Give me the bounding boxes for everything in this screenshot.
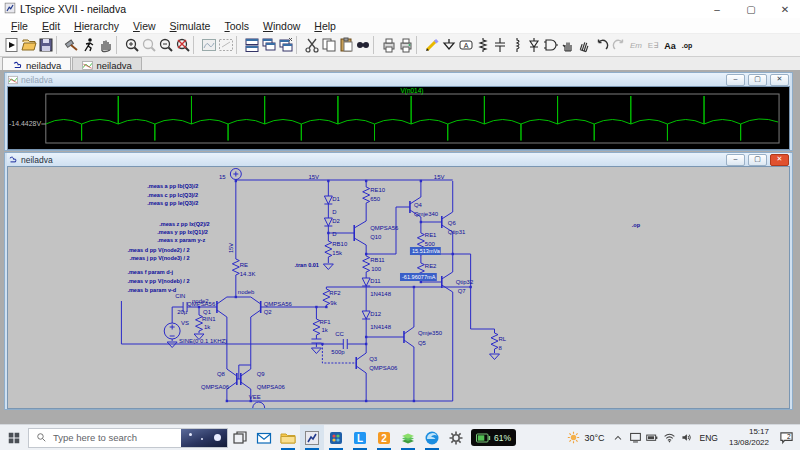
op-toolbar-icon[interactable]: .op (678, 35, 695, 55)
start-button[interactable] (0, 425, 28, 450)
move-toolbar-icon[interactable] (559, 35, 576, 55)
ltspice-app: LTspice XVII - neiladva – ▢ ✕ FileEditHi… (0, 0, 800, 450)
sch-minimize-button[interactable]: – (726, 154, 745, 166)
menu-help[interactable]: Help (307, 20, 343, 32)
drag-toolbar-icon[interactable] (576, 35, 593, 55)
schematic-drawing: .meas a pp Ib(Q3)/2.meas c pp Ic(Q3)/2.m… (8, 167, 789, 408)
undo-toolbar-icon[interactable] (593, 35, 610, 55)
schematic-titlebar[interactable]: neiladva – ▢ ✕ (7, 153, 790, 166)
zoomout-toolbar-icon[interactable] (157, 35, 174, 55)
wave-minimize-button[interactable]: – (726, 74, 745, 86)
tile-toolbar-icon[interactable] (243, 35, 260, 55)
taskbar-edge-icon[interactable] (420, 425, 444, 450)
taskbar-taskview-icon[interactable] (228, 425, 252, 450)
wire-toolbar-icon[interactable] (423, 35, 440, 55)
res-toolbar-icon[interactable] (474, 35, 491, 55)
svg-text:D: D (332, 209, 337, 215)
svg-text:15.513mVa: 15.513mVa (412, 248, 441, 254)
menu-simulate[interactable]: Simulate (163, 20, 218, 32)
battery-widget[interactable]: 61% (471, 429, 516, 446)
menu-edit[interactable]: Edit (35, 20, 67, 32)
cascade-toolbar-icon[interactable] (260, 35, 277, 55)
waveform-titlebar[interactable]: neiladva – ▢ ✕ (7, 73, 790, 86)
plot2-toolbar-icon[interactable] (217, 35, 234, 55)
text-toolbar-icon[interactable]: Aa (661, 35, 678, 55)
toolbar-separator (296, 36, 301, 54)
cap-toolbar-icon[interactable] (491, 35, 508, 55)
save-toolbar-icon[interactable] (37, 35, 54, 55)
maximize-button[interactable]: ▢ (736, 0, 766, 18)
menu-window[interactable]: Window (256, 20, 307, 32)
search-box[interactable]: Type here to search (28, 428, 228, 448)
svg-text:CIN: CIN (175, 293, 185, 299)
plot1-toolbar-icon[interactable] (200, 35, 217, 55)
label-toolbar-icon[interactable]: A (457, 35, 474, 55)
cut-toolbar-icon[interactable] (303, 35, 320, 55)
zoomin-toolbar-icon[interactable] (123, 35, 140, 55)
display-tray-icon[interactable] (628, 425, 643, 450)
weather-sun-icon[interactable] (566, 425, 581, 450)
gnd-toolbar-icon[interactable] (440, 35, 457, 55)
runman-toolbar-icon[interactable] (80, 35, 97, 55)
schematic-window-icon (8, 155, 18, 165)
language-indicator[interactable]: ENG (700, 433, 718, 443)
zoomback-toolbar-icon[interactable] (140, 35, 157, 55)
battery-tray-icon[interactable] (645, 425, 660, 450)
taskbar-store-icon[interactable] (324, 425, 348, 450)
zoomfull-toolbar-icon[interactable] (174, 35, 191, 55)
svg-text:V(n014): V(n014) (400, 87, 423, 95)
find-toolbar-icon[interactable] (354, 35, 371, 55)
cpanel-toolbar-icon[interactable] (63, 35, 80, 55)
em-toolbar-icon[interactable]: Em (627, 35, 644, 55)
wave-close-button[interactable]: ✕ (770, 74, 789, 86)
menu-hierarchy[interactable]: Hierarchy (67, 20, 126, 32)
waveform-plot-area[interactable]: V(n014)-14.4428V (7, 86, 790, 150)
svg-text:QMPSA06: QMPSA06 (201, 384, 230, 390)
clock[interactable]: 15:17 13/08/2022 (729, 427, 769, 448)
svg-text:Q8: Q8 (217, 371, 226, 377)
toolbar-separator (236, 36, 241, 54)
tray-expand-chevron-icon[interactable] (611, 425, 626, 450)
svg-text:.tran 0.01: .tran 0.01 (295, 262, 319, 268)
wifi-tray-icon[interactable] (662, 425, 677, 450)
e3-toolbar-icon[interactable]: E∃ (644, 35, 661, 55)
halt-toolbar-icon[interactable] (97, 35, 114, 55)
comp-toolbar-icon[interactable] (542, 35, 559, 55)
menu-file[interactable]: File (4, 20, 35, 32)
print2-toolbar-icon[interactable] (397, 35, 414, 55)
svg-text:500p: 500p (331, 349, 345, 355)
taskbar-gear-icon[interactable] (444, 425, 468, 450)
cascade2-toolbar-icon[interactable] (277, 35, 294, 55)
redo-toolbar-icon[interactable] (610, 35, 627, 55)
search-weather-thumbnail[interactable] (181, 429, 227, 447)
taskbar-lapp-icon[interactable]: L (348, 425, 372, 450)
svg-text:RE2: RE2 (425, 263, 437, 269)
wave-restore-button[interactable]: ▢ (748, 74, 767, 86)
tab-label: neiladva (26, 60, 61, 71)
print-toolbar-icon[interactable] (380, 35, 397, 55)
minimize-button[interactable]: – (702, 0, 732, 18)
schematic-canvas[interactable]: .meas a pp Ib(Q3)/2.meas c pp Ic(Q3)/2.m… (7, 166, 790, 409)
svg-text:Qtip31: Qtip31 (448, 229, 466, 235)
sch-close-button[interactable]: ✕ (770, 154, 789, 166)
ind-toolbar-icon[interactable] (508, 35, 525, 55)
notification-center-icon[interactable]: 2 (776, 425, 796, 450)
copy-toolbar-icon[interactable] (320, 35, 337, 55)
taskbar-explorer-icon[interactable] (276, 425, 300, 450)
sch-restore-button[interactable]: ▢ (748, 154, 767, 166)
svg-text:RF2: RF2 (329, 290, 341, 296)
svg-text:RE10: RE10 (370, 187, 386, 193)
volume-tray-icon[interactable] (679, 425, 694, 450)
menu-view[interactable]: View (126, 20, 163, 32)
taskbar-green-icon[interactable] (396, 425, 420, 450)
svg-text:Q1: Q1 (203, 309, 212, 315)
diode-toolbar-icon[interactable] (525, 35, 542, 55)
close-button[interactable]: ✕ (770, 0, 800, 18)
taskbar-orange-icon[interactable]: 2 (372, 425, 396, 450)
taskbar-mail-icon[interactable] (252, 425, 276, 450)
paste-toolbar-icon[interactable] (337, 35, 354, 55)
open-toolbar-icon[interactable] (20, 35, 37, 55)
menu-tools[interactable]: Tools (217, 20, 256, 32)
run-toolbar-icon[interactable] (3, 35, 20, 55)
taskbar-ltspice-icon[interactable] (300, 425, 324, 450)
